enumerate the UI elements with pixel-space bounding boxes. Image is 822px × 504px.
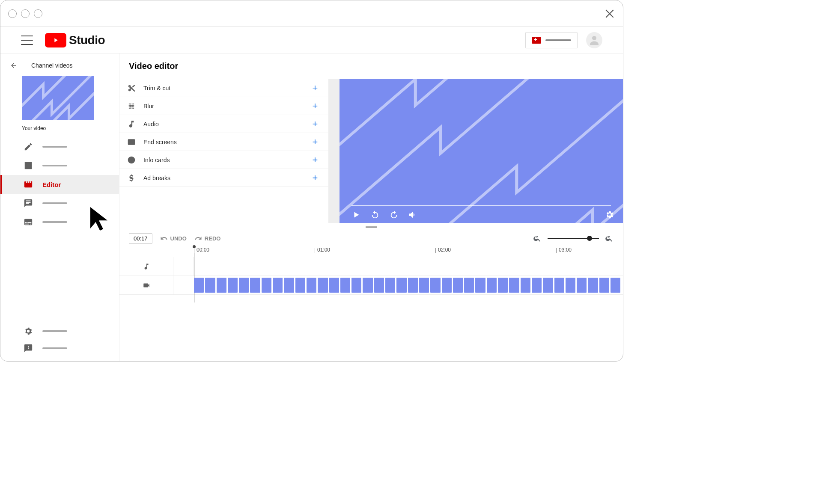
sidebar-item-editor[interactable]: Editor	[0, 175, 119, 194]
svg-marker-27	[354, 212, 359, 218]
svg-point-25	[131, 158, 132, 159]
back-label: Channel videos	[31, 62, 73, 69]
plus-icon[interactable]: +	[310, 101, 320, 111]
dollar-icon	[127, 174, 136, 182]
preview-pattern	[340, 79, 623, 223]
menu-icon[interactable]	[21, 36, 33, 45]
svg-point-7	[132, 104, 133, 104]
redo-label: REDO	[205, 235, 221, 242]
panel-resize-handle[interactable]	[119, 223, 623, 231]
redo-button[interactable]: REDO	[194, 234, 221, 242]
svg-point-16	[133, 106, 134, 107]
page-title: Video editor	[119, 53, 623, 79]
audio-track[interactable]	[119, 257, 623, 276]
timeline-ruler[interactable]: 00:00 01:00 02:00 03:00	[173, 247, 623, 257]
your-video-label: Your video	[22, 125, 119, 131]
svg-point-9	[129, 105, 130, 106]
create-button[interactable]	[525, 32, 578, 48]
sidebar-item-subtitles[interactable]	[0, 213, 119, 231]
zoom-slider[interactable]	[548, 238, 599, 239]
plus-icon[interactable]: +	[310, 119, 320, 129]
sidebar-item-details[interactable]	[0, 137, 119, 156]
close-icon[interactable]	[604, 8, 615, 19]
timeline-toolbar: 00:17 UNDO REDO	[119, 231, 623, 247]
plus-icon[interactable]: +	[310, 173, 320, 183]
sidebar-item-comments[interactable]	[0, 194, 119, 213]
placeholder-line	[42, 347, 67, 349]
back-to-channel-videos[interactable]: Channel videos	[0, 56, 119, 73]
tool-label: Audio	[143, 121, 159, 127]
replay-10-icon[interactable]	[370, 210, 380, 219]
tool-blur[interactable]: Blur +	[119, 97, 328, 115]
audio-lane[interactable]	[194, 257, 623, 276]
sidebar-item-settings[interactable]	[0, 323, 119, 340]
video-track[interactable]	[119, 276, 623, 295]
preview-area	[328, 79, 623, 223]
svg-point-14	[130, 106, 131, 107]
placeholder-line	[42, 146, 67, 148]
brand-text: Studio	[69, 33, 105, 47]
account-avatar[interactable]	[586, 32, 602, 48]
tool-label: Blur	[143, 103, 154, 110]
svg-point-8	[133, 104, 134, 104]
settings-icon[interactable]	[605, 210, 614, 219]
tool-ad-breaks[interactable]: Ad breaks +	[119, 169, 328, 187]
svg-point-17	[129, 108, 130, 109]
progress-bar[interactable]	[351, 205, 611, 206]
placeholder-line	[42, 221, 67, 223]
plus-icon[interactable]: +	[310, 137, 320, 147]
plus-icon[interactable]: +	[310, 83, 320, 93]
pencil-icon	[24, 142, 33, 151]
traffic-light-dot[interactable]	[21, 9, 30, 18]
slider-thumb[interactable]	[587, 236, 592, 241]
window-controls	[8, 9, 42, 18]
app-window: Studio Channel videos	[0, 0, 623, 362]
current-time-input[interactable]: 00:17	[129, 233, 152, 244]
video-clip-strip[interactable]	[194, 278, 620, 293]
cut-icon	[127, 84, 136, 92]
tool-audio[interactable]: Audio +	[119, 115, 328, 133]
music-note-icon	[127, 120, 136, 128]
svg-point-20	[133, 108, 134, 109]
traffic-light-dot[interactable]	[34, 9, 42, 18]
video-icon	[143, 282, 150, 289]
video-thumbnail[interactable]	[22, 76, 94, 120]
feedback-icon	[24, 344, 33, 353]
ruler-tick: 02:00	[438, 247, 451, 253]
play-icon[interactable]	[351, 210, 361, 219]
zoom-out-icon[interactable]	[533, 234, 542, 243]
undo-button[interactable]: UNDO	[160, 234, 187, 242]
tools-list: Trim & cut + Blur + Au	[119, 79, 328, 223]
comments-icon	[24, 199, 33, 208]
tool-label: Info cards	[143, 157, 170, 163]
sidebar-item-analytics[interactable]	[0, 156, 119, 175]
placeholder-line	[545, 39, 571, 41]
svg-point-15	[131, 106, 133, 107]
person-icon	[588, 34, 601, 47]
forward-10-icon[interactable]	[389, 210, 399, 219]
placeholder-line	[42, 202, 67, 204]
svg-point-18	[131, 108, 131, 109]
undo-label: UNDO	[170, 235, 187, 242]
ruler-tick: 03:00	[559, 247, 572, 253]
video-lane[interactable]	[173, 276, 623, 294]
placeholder-line	[42, 165, 67, 166]
window-titlebar	[0, 0, 623, 27]
volume-icon[interactable]	[408, 210, 417, 219]
tool-trim-cut[interactable]: Trim & cut +	[119, 79, 328, 97]
redo-icon	[194, 234, 202, 242]
svg-rect-22	[129, 140, 131, 142]
undo-icon	[160, 234, 168, 242]
zoom-in-icon[interactable]	[605, 234, 614, 243]
brand[interactable]: Studio	[45, 33, 105, 47]
info-icon	[127, 156, 136, 164]
traffic-light-dot[interactable]	[8, 9, 17, 18]
tool-end-screens[interactable]: End screens +	[119, 133, 328, 151]
sidebar-item-feedback[interactable]	[0, 340, 119, 357]
tool-info-cards[interactable]: Info cards +	[119, 151, 328, 169]
analytics-icon	[24, 161, 33, 170]
plus-icon[interactable]: +	[310, 155, 320, 165]
track-lane-spacer	[173, 257, 194, 276]
video-preview[interactable]	[340, 79, 623, 223]
svg-rect-26	[340, 79, 623, 223]
